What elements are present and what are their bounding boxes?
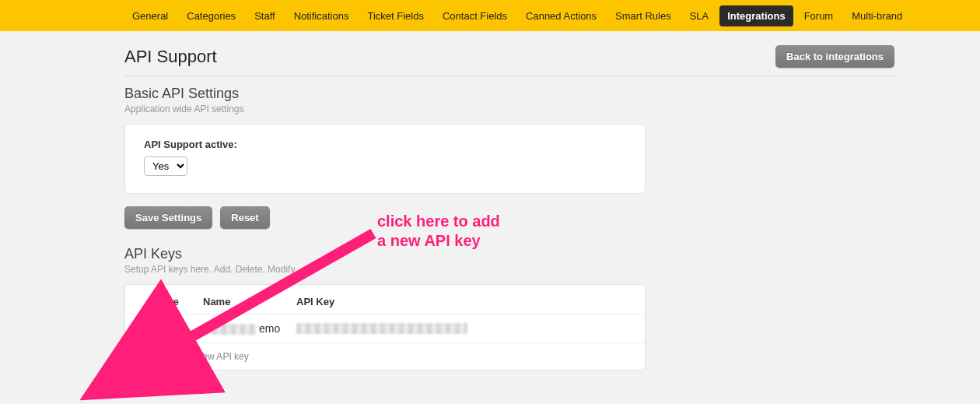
page-header: API Support Back to integrations <box>124 45 894 76</box>
add-row[interactable]: Add new API key <box>125 343 645 370</box>
top-nav: General Categories Staff Notifications T… <box>0 0 980 31</box>
basic-section-title: Basic API Settings <box>124 86 894 102</box>
callout-line2: a new API key <box>377 231 500 251</box>
keys-header-row: Active Name API Key <box>125 285 645 314</box>
nav-item-notifications[interactable]: Notifications <box>286 5 357 26</box>
col-name: Name <box>203 296 296 307</box>
keys-section-title: API Keys <box>124 246 894 262</box>
nav-item-multi-brand[interactable]: Multi-brand <box>844 5 910 26</box>
nav-item-canned-actions[interactable]: Canned Actions <box>518 5 604 26</box>
save-button[interactable]: Save Settings <box>124 206 212 229</box>
keys-panel: Active Name API Key emo Add new API key <box>124 284 646 371</box>
row-key-blur <box>296 323 467 334</box>
nav-item-smart-rules[interactable]: Smart Rules <box>607 5 679 26</box>
callout-annotation: click here to add a new API key <box>377 212 500 251</box>
api-active-select[interactable]: Yes <box>144 156 187 176</box>
keys-section: API Keys Setup API keys here. Add. Delet… <box>124 246 894 371</box>
button-row: Save Settings Reset <box>124 206 894 229</box>
row-name-cell: emo <box>203 322 296 335</box>
basic-section: Basic API Settings Application wide API … <box>124 86 894 229</box>
table-row: emo <box>125 314 645 343</box>
back-button[interactable]: Back to integrations <box>775 45 894 68</box>
row-name-blur <box>203 324 256 335</box>
col-key: API Key <box>296 296 621 307</box>
basic-section-subtitle: Application wide API settings <box>124 104 894 114</box>
nav-item-ticket-fields[interactable]: Ticket Fields <box>359 5 431 26</box>
api-active-label: API Support active: <box>144 139 626 150</box>
nav-item-contact-fields[interactable]: Contact Fields <box>435 5 515 26</box>
col-active: Active <box>149 296 203 307</box>
page-content: API Support Back to integrations Basic A… <box>124 31 894 371</box>
row-active-checkbox[interactable] <box>149 322 159 332</box>
row-name-suffix: emo <box>259 322 280 335</box>
nav-item-general[interactable]: General <box>124 5 176 26</box>
nav-item-integrations[interactable]: Integrations <box>719 5 793 26</box>
nav-item-categories[interactable]: Categories <box>179 5 243 26</box>
keys-section-subtitle: Setup API keys here. Add. Delete. Modify… <box>124 264 894 275</box>
reset-button[interactable]: Reset <box>220 206 269 229</box>
nav-item-sla[interactable]: SLA <box>682 5 717 26</box>
add-plus-highlight <box>121 343 154 376</box>
svg-rect-1 <box>131 358 144 361</box>
callout-line1: click here to add <box>377 212 500 231</box>
page-title: API Support <box>124 47 217 67</box>
basic-panel: API Support active: Yes <box>124 124 646 194</box>
add-new-label: Add new API key <box>178 351 249 362</box>
add-button[interactable] <box>121 343 154 376</box>
nav-item-staff[interactable]: Staff <box>247 5 283 26</box>
plus-icon <box>130 352 145 367</box>
nav-item-forum[interactable]: Forum <box>796 5 842 26</box>
